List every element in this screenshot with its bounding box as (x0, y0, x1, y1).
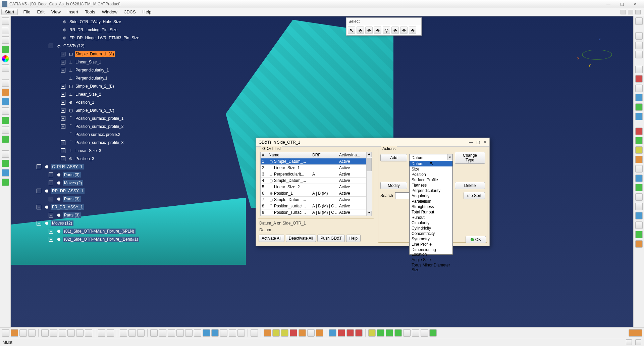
tool-icon[interactable] (635, 94, 643, 101)
tree-item[interactable]: +⬣(02)_Side_OTR->Main_Fixture_(Bend#1) (24, 235, 165, 243)
tree-item[interactable]: +⌒Position_surfacic_profile_1 (24, 114, 165, 122)
tree-item[interactable]: +▢Simple_Datum_2_(B) (24, 82, 165, 90)
tool-icon[interactable] (2, 126, 9, 134)
tool-icon[interactable] (635, 156, 643, 163)
mdi-restore[interactable] (628, 10, 633, 14)
type-dropdown[interactable]: Datum ▼ DatumSizePositionSurface Profile… (409, 154, 453, 161)
tool-icon[interactable] (2, 36, 9, 44)
tree-item[interactable]: +▢Simple_Datum_3_(C) (24, 106, 165, 114)
tree-item[interactable]: +⬣(01)_Side_OTR->Main_Fixture_(6PLN) (24, 227, 165, 235)
tool-icon[interactable] (635, 75, 643, 83)
push-gdt-button[interactable]: Push GD&T (317, 235, 345, 242)
dropdown-option[interactable]: Surface Profile (410, 177, 452, 183)
close-button[interactable]: ✕ (629, 0, 642, 8)
tool-icon[interactable] (635, 32, 643, 40)
maximize-button[interactable]: ▢ (615, 0, 629, 8)
tree-item[interactable]: +▢Simple_Datum_1_(A) (24, 50, 165, 58)
tool-icon[interactable] (2, 179, 9, 186)
tool-icon[interactable] (2, 169, 9, 177)
tool-icon[interactable] (2, 98, 9, 105)
tree-item[interactable]: +⌒Position_surfacic_profile_3 (24, 139, 165, 147)
select-toolbar[interactable]: Select ↖ ⬘ ⬘ ⬘ ◎ ⬘ ⬘ ⬘ (346, 17, 422, 36)
table-row[interactable]: 2⊥Linear_Size_1Active (261, 165, 366, 171)
tool-icon[interactable] (635, 231, 643, 238)
menu-file[interactable]: File (20, 9, 34, 15)
tool-icon[interactable] (264, 329, 271, 337)
dialog-maximize[interactable]: ▢ (476, 140, 480, 145)
tool-icon[interactable] (635, 221, 643, 229)
gdt-table[interactable]: # Name DRF Active/Ina... 1▢Simple_Datum_… (260, 152, 366, 216)
multiview-icon[interactable] (203, 329, 210, 337)
table-row[interactable]: 3⊥Perpendicularit...AActive (261, 171, 366, 178)
tool-icon[interactable] (290, 329, 297, 337)
scroll-down[interactable]: ▼ (367, 211, 372, 216)
col-name[interactable]: Name (269, 153, 312, 157)
tool-icon[interactable] (635, 184, 643, 191)
tree-item[interactable]: ⊕FR_DR_Hinge_LWR_PTN#3_Pin_Size (24, 34, 165, 42)
view-icon[interactable] (137, 329, 145, 337)
hlr-icon[interactable] (229, 329, 236, 337)
tool-icon[interactable] (346, 329, 354, 337)
pan-icon[interactable] (159, 329, 166, 337)
cut-icon[interactable] (41, 329, 49, 337)
tree-item[interactable]: −⌒Position_surfacic_profile_2 (24, 122, 165, 131)
select-icon[interactable]: ⬘ (409, 27, 416, 34)
activate-all-button[interactable]: Activate All (259, 235, 284, 242)
whatsthis-icon[interactable] (85, 329, 92, 337)
scroll-thumb[interactable] (367, 158, 372, 171)
tool-icon[interactable] (412, 329, 419, 337)
dropdown-option[interactable]: Parallelism (410, 199, 452, 204)
grid-icon[interactable] (120, 329, 127, 337)
compass[interactable]: x y z (579, 37, 616, 73)
select-icon[interactable]: ⬘ (400, 27, 408, 34)
ds-logo-icon[interactable] (629, 329, 642, 337)
type-dropdown-value[interactable]: Datum (409, 154, 453, 161)
dropdown-option[interactable]: Datum (410, 161, 452, 166)
dropdown-option[interactable]: Circularity (410, 220, 452, 226)
message-icon[interactable] (107, 329, 114, 337)
table-row[interactable]: 6⊕Position_1A | B (M)Active (261, 190, 366, 197)
autosort-button[interactable]: uto Sort (464, 192, 485, 199)
dropdown-option[interactable]: Position (410, 172, 452, 177)
iso-icon[interactable] (211, 329, 219, 337)
change-type-button[interactable]: Change Type (455, 152, 485, 164)
select-icon[interactable]: ⬘ (357, 27, 364, 34)
tool-icon[interactable] (329, 329, 336, 337)
tool-icon[interactable] (316, 329, 323, 337)
select-icon[interactable]: ◎ (383, 27, 390, 34)
col-number[interactable]: # (261, 153, 269, 157)
tool-icon[interactable] (2, 46, 9, 53)
dropdown-option[interactable]: Symmetry (410, 236, 452, 242)
dropdown-option[interactable]: Size (410, 166, 452, 172)
new-icon[interactable] (2, 329, 9, 337)
tool-icon[interactable] (421, 329, 428, 337)
table-row[interactable]: 5⊥Linear_Size_2Active (261, 184, 366, 190)
tool-icon[interactable] (272, 329, 280, 337)
tool-icon[interactable] (403, 329, 411, 337)
copy-icon[interactable] (50, 329, 57, 337)
dropdown-option[interactable]: Torus Minor Diameter Size (410, 262, 452, 273)
modify-button[interactable]: Modify (380, 182, 407, 189)
tool-icon[interactable] (394, 329, 402, 337)
table-row[interactable]: 1▢Simple_Datum_...Active (261, 158, 366, 165)
undo-icon[interactable] (67, 329, 75, 337)
tool-icon[interactable] (635, 113, 643, 120)
tool-icon[interactable] (355, 329, 363, 337)
tool-icon[interactable] (2, 150, 9, 158)
table-row[interactable]: 9⌒Position_surfaci...A | B (M) | C ...Ac… (261, 209, 366, 216)
menu-tools[interactable]: Tools (82, 9, 98, 15)
tree-item[interactable]: +⬣Parts (3) (24, 211, 165, 219)
tree-item[interactable]: ⌒Position surfacic profile.2 (24, 131, 165, 139)
tree-item[interactable]: ⊥Perpendicularity.1 (24, 74, 165, 82)
tree-item[interactable]: +⬣Parts (3) (24, 171, 165, 179)
tool-icon[interactable] (386, 329, 393, 337)
tree-item-moves[interactable]: −⬣Moves (12) (24, 219, 165, 227)
tool-icon[interactable] (2, 160, 9, 167)
scroll-up[interactable]: ▲ (367, 152, 372, 157)
tree-item[interactable]: ⊕RR_DR_Locking_Pin_Size (24, 26, 165, 34)
mdi-minimize[interactable] (621, 10, 626, 14)
select-icon[interactable]: ⬘ (391, 27, 399, 34)
tool-icon[interactable] (2, 64, 9, 72)
zoomout-icon[interactable] (185, 329, 193, 337)
tool-icon[interactable] (368, 329, 376, 337)
